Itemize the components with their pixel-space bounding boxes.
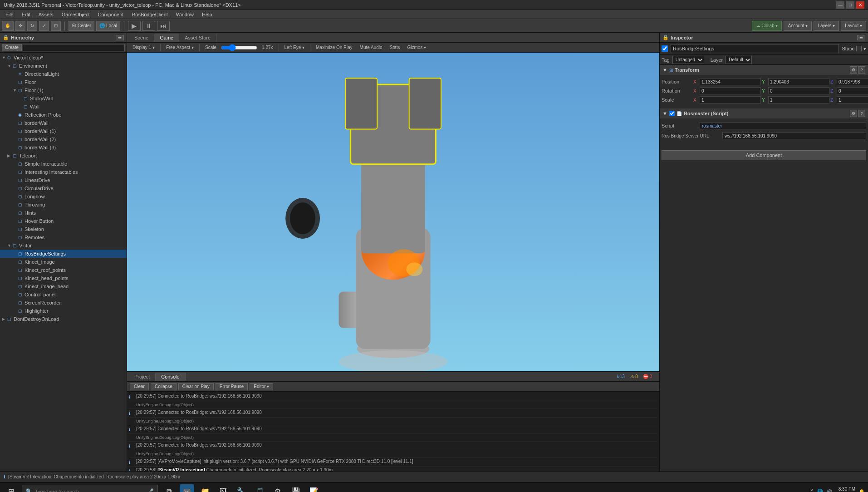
add-component-button[interactable]: Add Component — [662, 150, 866, 160]
layer-selector[interactable]: Default — [726, 56, 752, 64]
pos-x-input[interactable] — [700, 78, 761, 85]
hier-item-kinect-imagehead[interactable]: ▢ Kinect_image_head — [0, 282, 127, 290]
menu-edit[interactable]: Edit — [18, 11, 34, 18]
tab-console[interactable]: Console — [156, 373, 185, 381]
hier-item-skeleton[interactable]: ▢ Skeleton — [0, 225, 127, 233]
hier-item-dontdestroy[interactable]: ▶ ▢ DontDestroyOnLoad — [0, 315, 127, 323]
hier-item-borderwall1[interactable]: ▢ borderWall (1) — [0, 127, 127, 135]
hier-item-victor[interactable]: ▼ ▢ Victor — [0, 241, 127, 250]
app-icon-7[interactable]: 💾 — [289, 484, 303, 492]
hier-item-simpleinteractable[interactable]: ▢ Simple Interactable — [0, 160, 127, 168]
app-icon-8[interactable]: 📝 — [307, 484, 321, 492]
hier-item-kinect-roof[interactable]: ▢ Kinect_roof_points — [0, 266, 127, 274]
scale-y-input[interactable] — [768, 96, 829, 103]
rosmaster-enabled-checkbox[interactable] — [669, 111, 675, 116]
hier-item-screenrecorder[interactable]: ▢ ScreenRecorder — [0, 299, 127, 307]
tool-move[interactable]: ✛ — [15, 21, 25, 31]
step-button[interactable]: ⏭ — [157, 21, 170, 31]
hier-item-borderwall3[interactable]: ▢ borderWall (3) — [0, 143, 127, 152]
console-line-4[interactable]: ℹ [20:29:57] Connected to RosBridge: ws:… — [129, 442, 657, 450]
hier-item-rosbridgesettings[interactable]: ▢ RosBridgeSettings — [0, 250, 127, 258]
clear-button[interactable]: Clear — [130, 383, 149, 390]
url-input[interactable] — [722, 132, 866, 139]
rosmaster-icon-1[interactable]: ⚙ — [850, 110, 857, 117]
hierarchy-create-button[interactable]: Create — [2, 44, 22, 51]
object-name-input[interactable] — [671, 44, 839, 53]
menu-help[interactable]: Help — [198, 11, 216, 18]
hier-item-borderwall[interactable]: ▢ borderWall — [0, 119, 127, 127]
hier-item-reflectionprobe[interactable]: ◉ Reflection Probe — [0, 111, 127, 119]
hier-item-throwing[interactable]: ▢ Throwing — [0, 201, 127, 209]
maximize-on-play-button[interactable]: Maximize On Play — [313, 44, 355, 50]
hier-item-hints[interactable]: ▢ Hints — [0, 209, 127, 217]
script-value[interactable]: rosmaster — [700, 122, 866, 129]
left-eye-button[interactable]: Left Eye ▾ — [282, 44, 307, 50]
hier-item-borderwall2[interactable]: ▢ borderWall (2) — [0, 135, 127, 143]
console-line-5[interactable]: ℹ [20:29:57] [AVProMovieCapture] Init pl… — [129, 458, 657, 467]
hier-item-victorteleop[interactable]: ▼ ⬡ VictorTeleop* — [0, 54, 127, 62]
transform-icon-1[interactable]: ⚙ — [850, 66, 857, 74]
taskbar-search-input[interactable] — [35, 489, 145, 492]
systray-chevron[interactable]: ^ — [811, 489, 814, 492]
menu-window[interactable]: Window — [172, 11, 197, 18]
hier-item-stickywall[interactable]: ▢ StickyWall — [0, 94, 127, 103]
menu-component[interactable]: Component — [94, 11, 127, 18]
tab-asset-store[interactable]: Asset Store — [179, 34, 216, 42]
console-line-1[interactable]: ℹ [20:29:57] Connected to RosBridge: ws:… — [129, 393, 657, 401]
hier-item-hoverbutton[interactable]: ▢ Hover Button — [0, 217, 127, 225]
object-enabled-checkbox[interactable] — [662, 45, 668, 52]
close-button[interactable]: ✕ — [856, 1, 864, 9]
photoshop-icon[interactable]: 🖼 — [216, 484, 230, 492]
layers-button[interactable]: Layers ▾ — [814, 21, 839, 31]
aspect-selector[interactable]: Free Aspect ▾ — [163, 44, 196, 50]
mute-audio-button[interactable]: Mute Audio — [357, 44, 385, 50]
app-icon-4[interactable]: 🔧 — [234, 484, 249, 492]
menu-rosbridgeclient[interactable]: RosBridgeClient — [128, 11, 171, 18]
gizmos-button[interactable]: Gizmos ▾ — [404, 44, 429, 50]
minimize-button[interactable]: — — [836, 1, 844, 9]
tool-rotate[interactable]: ↻ — [27, 21, 37, 31]
hier-item-control-panel[interactable]: ▢ Control_panel — [0, 290, 127, 299]
notification-icon[interactable]: 🔔 — [859, 489, 864, 492]
console-line-6[interactable]: ℹ [20:29:58] [SteamVR Interaction] Chape… — [129, 467, 657, 471]
hier-item-remotes[interactable]: ▢ Remotes — [0, 233, 127, 241]
console-line-3[interactable]: ℹ [20:29:57] Connected to RosBridge: ws:… — [129, 425, 657, 434]
collab-button[interactable]: ☁ Collab ▾ — [752, 21, 782, 31]
scale-x-input[interactable] — [700, 96, 761, 103]
rosmaster-header[interactable]: ▼ 📄 Rosmaster (Script) ⚙ ? — [660, 108, 868, 118]
tab-game[interactable]: Game — [154, 34, 179, 42]
task-view-button[interactable]: ⧉ — [162, 484, 176, 492]
console-line-2[interactable]: ℹ [20:29:57] Connected to RosBridge: ws:… — [129, 409, 657, 418]
account-button[interactable]: Account ▾ — [784, 21, 812, 31]
error-pause-button[interactable]: Error Pause — [216, 383, 248, 390]
hierarchy-search-input[interactable] — [23, 44, 125, 51]
hier-item-floor[interactable]: ▢ Floor — [0, 78, 127, 86]
hier-item-environment[interactable]: ▼ ▢ Environment — [0, 62, 127, 70]
static-checkbox[interactable] — [856, 46, 862, 51]
tag-selector[interactable]: Untagged — [672, 56, 704, 64]
hier-item-highlighter[interactable]: ▢ Highlighter — [0, 307, 127, 315]
scale-z-input[interactable] — [837, 96, 868, 103]
rot-z-input[interactable] — [837, 87, 868, 94]
menu-file[interactable]: File — [2, 11, 17, 18]
hier-item-kinect-image[interactable]: ▢ Kinect_image — [0, 258, 127, 266]
explorer-icon[interactable]: 📁 — [198, 484, 212, 492]
stats-button[interactable]: Stats — [387, 44, 403, 50]
tab-scene[interactable]: Scene — [129, 34, 154, 42]
hier-item-floor1[interactable]: ▼ ▢ Floor (1) — [0, 86, 127, 94]
hier-item-dirlight[interactable]: ☀ DirectionalLight — [0, 70, 127, 78]
inspector-menu-button[interactable]: ☰ — [857, 35, 865, 40]
rot-y-input[interactable] — [768, 87, 829, 94]
unity-taskbar-icon[interactable]: 🎮 — [180, 484, 194, 492]
rosmaster-icon-2[interactable]: ? — [858, 110, 865, 117]
app-icon-6[interactable]: ⚙ — [270, 484, 285, 492]
hier-item-wall[interactable]: ▢ Wall — [0, 103, 127, 111]
app-icon-5[interactable]: 🎵 — [252, 484, 267, 492]
collapse-button[interactable]: Collapse — [151, 383, 177, 390]
static-dropdown[interactable]: ▾ — [863, 46, 866, 52]
taskbar-search[interactable]: 🔍 🎤 — [22, 485, 158, 492]
hier-item-teleport[interactable]: ▶ ▢ Teleport — [0, 152, 127, 160]
menu-assets[interactable]: Assets — [35, 11, 57, 18]
layout-button[interactable]: Layout ▾ — [841, 21, 866, 31]
hier-item-longbow[interactable]: ▢ Longbow — [0, 192, 127, 201]
